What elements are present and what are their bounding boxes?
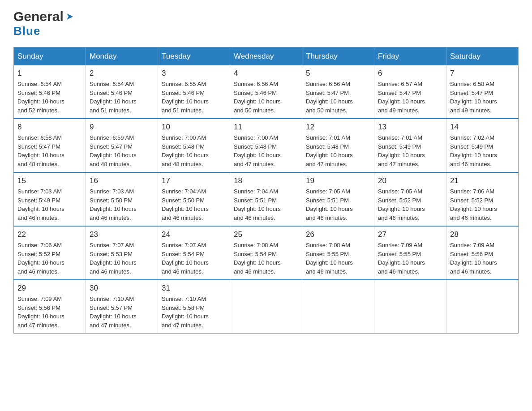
day-info: Sunrise: 7:09 AMSunset: 5:56 PMDaylight:… [17, 295, 82, 330]
col-header-thursday: Thursday [302, 47, 374, 66]
day-number: 12 [306, 123, 370, 132]
day-info: Sunrise: 7:06 AMSunset: 5:52 PMDaylight:… [450, 187, 515, 222]
day-info: Sunrise: 7:00 AMSunset: 5:48 PMDaylight:… [234, 133, 298, 168]
day-info: Sunrise: 6:55 AMSunset: 5:46 PMDaylight:… [162, 80, 226, 115]
day-info: Sunrise: 7:07 AMSunset: 5:54 PMDaylight:… [162, 241, 226, 276]
col-header-friday: Friday [374, 47, 446, 66]
day-number: 24 [162, 230, 226, 239]
calendar-cell: 4Sunrise: 6:56 AMSunset: 5:46 PMDaylight… [230, 65, 302, 119]
day-number: 27 [378, 230, 442, 239]
day-number: 7 [450, 69, 515, 78]
day-number: 10 [162, 123, 226, 132]
day-number: 13 [378, 123, 442, 132]
logo-general-text: General [13, 9, 64, 24]
day-info: Sunrise: 7:01 AMSunset: 5:49 PMDaylight:… [378, 133, 442, 168]
calendar-week-row: 22Sunrise: 7:06 AMSunset: 5:52 PMDayligh… [14, 226, 519, 280]
day-number: 30 [90, 284, 154, 293]
day-info: Sunrise: 7:08 AMSunset: 5:55 PMDaylight:… [306, 241, 370, 276]
day-info: Sunrise: 7:05 AMSunset: 5:52 PMDaylight:… [378, 187, 442, 222]
day-info: Sunrise: 7:03 AMSunset: 5:49 PMDaylight:… [17, 187, 82, 222]
calendar-cell: 9Sunrise: 6:59 AMSunset: 5:47 PMDaylight… [86, 119, 158, 172]
day-info: Sunrise: 7:08 AMSunset: 5:54 PMDaylight:… [234, 241, 298, 276]
calendar-week-row: 15Sunrise: 7:03 AMSunset: 5:49 PMDayligh… [14, 172, 519, 226]
day-info: Sunrise: 6:56 AMSunset: 5:46 PMDaylight:… [234, 80, 298, 115]
calendar-cell: 1Sunrise: 6:54 AMSunset: 5:46 PMDaylight… [14, 65, 86, 119]
page-header: General Blue [13, 9, 519, 38]
calendar-cell: 20Sunrise: 7:05 AMSunset: 5:52 PMDayligh… [374, 172, 446, 226]
calendar-cell: 23Sunrise: 7:07 AMSunset: 5:53 PMDayligh… [86, 226, 158, 280]
calendar-cell [302, 280, 374, 334]
calendar-cell: 12Sunrise: 7:01 AMSunset: 5:48 PMDayligh… [302, 119, 374, 172]
svg-marker-0 [67, 13, 73, 20]
logo: General Blue [13, 9, 75, 38]
calendar-cell: 8Sunrise: 6:58 AMSunset: 5:47 PMDaylight… [14, 119, 86, 172]
calendar-cell [374, 280, 446, 334]
day-number: 6 [378, 69, 442, 78]
day-info: Sunrise: 6:54 AMSunset: 5:46 PMDaylight:… [90, 80, 154, 115]
day-info: Sunrise: 7:10 AMSunset: 5:58 PMDaylight:… [162, 295, 226, 330]
calendar-cell: 14Sunrise: 7:02 AMSunset: 5:49 PMDayligh… [446, 119, 519, 172]
calendar-cell: 28Sunrise: 7:09 AMSunset: 5:56 PMDayligh… [446, 226, 519, 280]
day-number: 5 [306, 69, 370, 78]
day-info: Sunrise: 7:04 AMSunset: 5:51 PMDaylight:… [234, 187, 298, 222]
calendar-cell: 7Sunrise: 6:58 AMSunset: 5:47 PMDaylight… [446, 65, 519, 119]
day-info: Sunrise: 7:01 AMSunset: 5:48 PMDaylight:… [306, 133, 370, 168]
day-info: Sunrise: 6:59 AMSunset: 5:47 PMDaylight:… [90, 133, 154, 168]
day-number: 11 [234, 123, 298, 132]
calendar-header-row: SundayMondayTuesdayWednesdayThursdayFrid… [14, 47, 519, 66]
col-header-monday: Monday [86, 47, 158, 66]
calendar-cell: 3Sunrise: 6:55 AMSunset: 5:46 PMDaylight… [158, 65, 230, 119]
calendar-cell: 24Sunrise: 7:07 AMSunset: 5:54 PMDayligh… [158, 226, 230, 280]
calendar-week-row: 1Sunrise: 6:54 AMSunset: 5:46 PMDaylight… [14, 65, 519, 119]
calendar-week-row: 29Sunrise: 7:09 AMSunset: 5:56 PMDayligh… [14, 280, 519, 334]
calendar-table: SundayMondayTuesdayWednesdayThursdayFrid… [13, 47, 519, 334]
col-header-wednesday: Wednesday [230, 47, 302, 66]
calendar-cell: 6Sunrise: 6:57 AMSunset: 5:47 PMDaylight… [374, 65, 446, 119]
day-number: 29 [17, 284, 82, 293]
day-info: Sunrise: 7:03 AMSunset: 5:50 PMDaylight:… [90, 187, 154, 222]
day-info: Sunrise: 6:57 AMSunset: 5:47 PMDaylight:… [378, 80, 442, 115]
day-number: 8 [17, 123, 82, 132]
calendar-cell: 19Sunrise: 7:05 AMSunset: 5:51 PMDayligh… [302, 172, 374, 226]
day-number: 21 [450, 176, 515, 185]
day-number: 22 [17, 230, 82, 239]
col-header-sunday: Sunday [14, 47, 86, 66]
calendar-cell: 10Sunrise: 7:00 AMSunset: 5:48 PMDayligh… [158, 119, 230, 172]
day-info: Sunrise: 6:58 AMSunset: 5:47 PMDaylight:… [450, 80, 515, 115]
day-number: 23 [90, 230, 154, 239]
calendar-cell: 30Sunrise: 7:10 AMSunset: 5:57 PMDayligh… [86, 280, 158, 334]
day-info: Sunrise: 6:58 AMSunset: 5:47 PMDaylight:… [17, 133, 82, 168]
day-info: Sunrise: 7:02 AMSunset: 5:49 PMDaylight:… [450, 133, 515, 168]
day-number: 26 [306, 230, 370, 239]
col-header-tuesday: Tuesday [158, 47, 230, 66]
day-info: Sunrise: 7:06 AMSunset: 5:52 PMDaylight:… [17, 241, 82, 276]
calendar-cell: 25Sunrise: 7:08 AMSunset: 5:54 PMDayligh… [230, 226, 302, 280]
calendar-cell: 31Sunrise: 7:10 AMSunset: 5:58 PMDayligh… [158, 280, 230, 334]
day-info: Sunrise: 7:09 AMSunset: 5:56 PMDaylight:… [450, 241, 515, 276]
calendar-cell: 2Sunrise: 6:54 AMSunset: 5:46 PMDaylight… [86, 65, 158, 119]
day-number: 25 [234, 230, 298, 239]
day-number: 3 [162, 69, 226, 78]
calendar-cell: 29Sunrise: 7:09 AMSunset: 5:56 PMDayligh… [14, 280, 86, 334]
day-info: Sunrise: 7:00 AMSunset: 5:48 PMDaylight:… [162, 133, 226, 168]
day-number: 31 [162, 284, 226, 293]
day-info: Sunrise: 7:07 AMSunset: 5:53 PMDaylight:… [90, 241, 154, 276]
calendar-cell [230, 280, 302, 334]
col-header-saturday: Saturday [446, 47, 519, 66]
day-number: 28 [450, 230, 515, 239]
calendar-cell: 27Sunrise: 7:09 AMSunset: 5:55 PMDayligh… [374, 226, 446, 280]
calendar-cell: 21Sunrise: 7:06 AMSunset: 5:52 PMDayligh… [446, 172, 519, 226]
calendar-cell: 13Sunrise: 7:01 AMSunset: 5:49 PMDayligh… [374, 119, 446, 172]
day-number: 14 [450, 123, 515, 132]
day-number: 2 [90, 69, 154, 78]
day-number: 17 [162, 176, 226, 185]
day-info: Sunrise: 7:05 AMSunset: 5:51 PMDaylight:… [306, 187, 370, 222]
day-info: Sunrise: 7:10 AMSunset: 5:57 PMDaylight:… [90, 295, 154, 330]
day-number: 16 [90, 176, 154, 185]
day-number: 19 [306, 176, 370, 185]
calendar-cell: 11Sunrise: 7:00 AMSunset: 5:48 PMDayligh… [230, 119, 302, 172]
logo-blue-text: Blue [13, 24, 40, 38]
day-number: 15 [17, 176, 82, 185]
logo-arrow-icon [65, 12, 75, 23]
day-info: Sunrise: 6:54 AMSunset: 5:46 PMDaylight:… [17, 80, 82, 115]
